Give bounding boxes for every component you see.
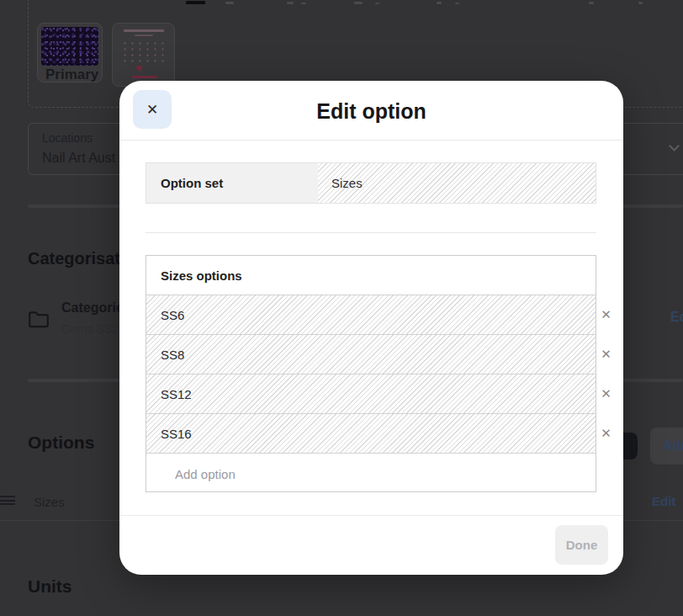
divider (119, 515, 623, 516)
close-icon: ✕ (601, 307, 612, 321)
remove-option-button[interactable]: ✕ (599, 347, 613, 361)
option-set-field: Option set Sizes (146, 162, 596, 204)
option-row: SS16 (146, 414, 596, 454)
remove-option-button[interactable]: ✕ (599, 426, 613, 440)
option-value: SS8 (161, 348, 184, 362)
divider (146, 232, 596, 233)
option-set-label: Option set (146, 163, 318, 203)
add-option-input[interactable] (161, 454, 596, 494)
option-value: SS12 (161, 387, 192, 401)
option-row: SS6 (146, 295, 596, 335)
options-list-header: Sizes options (146, 256, 596, 295)
close-icon: ✕ (601, 347, 612, 361)
edit-option-modal: ✕ Edit option Option set Sizes Sizes opt… (119, 81, 623, 575)
close-icon: ✕ (601, 386, 612, 401)
remove-option-button[interactable]: ✕ (599, 307, 613, 321)
done-button[interactable]: Done (555, 525, 608, 565)
divider (119, 140, 623, 141)
remove-option-button[interactable]: ✕ (599, 386, 613, 401)
options-list: Sizes options SS6 SS8 SS12 SS16 (146, 255, 596, 492)
option-row: SS8 (146, 335, 596, 374)
option-set-value-disabled: Sizes (318, 163, 596, 203)
option-value: SS16 (161, 427, 192, 441)
modal-title: Edit option (119, 99, 623, 124)
option-value: SS6 (161, 308, 184, 322)
option-row: SS12 (146, 374, 596, 414)
close-icon: ✕ (601, 426, 612, 440)
add-option-row (146, 454, 596, 494)
